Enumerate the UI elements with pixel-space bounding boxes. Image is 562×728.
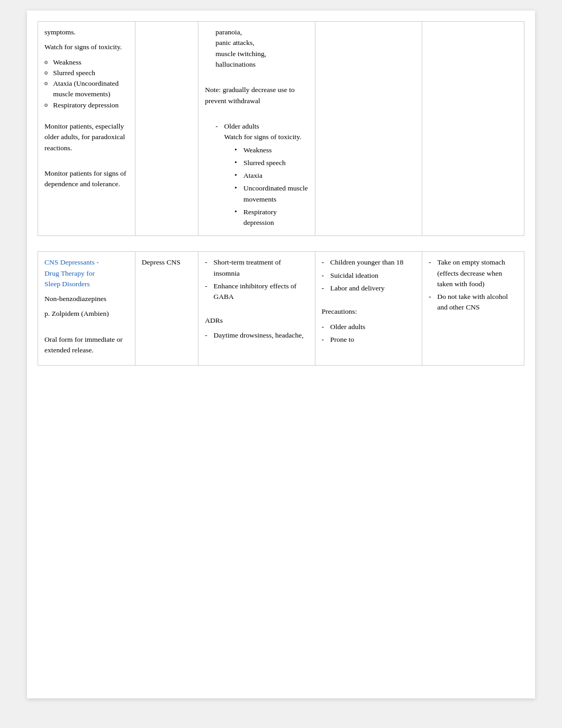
- symptoms-text: symptoms.: [44, 27, 129, 38]
- row1-col1: symptoms. Watch for signs of toxicity. W…: [38, 22, 135, 236]
- toxicity-item-respiratory: Respiratory depression: [44, 100, 129, 111]
- spacer-row: [38, 236, 524, 252]
- adrs-label: ADRs: [205, 315, 309, 326]
- monitor-dependence-text: Monitor patients for signs of dependence…: [44, 168, 129, 190]
- row1-col4: [315, 22, 422, 236]
- contra-labor: Labor and delivery: [322, 283, 415, 294]
- older-adults-block: Older adults Watch for signs of toxicity…: [205, 121, 309, 228]
- row2-col4: Children younger than 18 Suicidal ideati…: [315, 252, 422, 366]
- older-adults-intro: Watch for signs of toxicity.: [224, 133, 301, 141]
- adr-drowsiness: Daytime drowsiness, headache,: [205, 330, 309, 341]
- older-adults-list: Older adults Watch for signs of toxicity…: [215, 121, 309, 228]
- row2-col5: Take on empty stomach (effects decrease …: [422, 252, 524, 366]
- precautions-label: Precautions:: [322, 306, 415, 317]
- contra-children: Children younger than 18: [322, 257, 415, 268]
- instr-no-alcohol: Do not take with alcohol and other CNS: [429, 292, 518, 313]
- uses-list: Short-term treatment of insomnia Enhance…: [205, 257, 309, 302]
- row1-col5: [422, 22, 524, 236]
- row2-col2: Depress CNS: [135, 252, 198, 366]
- oa-uncoordinated: Uncoordinated muscle movements: [235, 183, 309, 205]
- top-symptoms-block: paranoia,panic attacks,muscle twitching,…: [205, 27, 309, 70]
- toxicity-item-slurred: Slurred speech: [44, 68, 129, 78]
- oa-ataxia: Ataxia: [235, 170, 309, 181]
- cns-link3[interactable]: Sleep Disorders: [44, 280, 90, 288]
- row2-col1: CNS Depressants - Drug Therapy for Sleep…: [38, 252, 135, 366]
- note-text: Note: gradually decrease use to prevent …: [205, 85, 309, 106]
- symptom-list-text: paranoia,panic attacks,muscle twitching,…: [215, 27, 309, 70]
- use-insomnia: Short-term treatment of insomnia: [205, 257, 309, 279]
- oa-slurred: Slurred speech: [235, 158, 309, 168]
- toxicity-list: Weakness Slurred speech Ataxia (Uncoordi…: [44, 57, 129, 111]
- row2-col3: Short-term treatment of insomnia Enhance…: [198, 252, 315, 366]
- zolpidem-text: p. Zolpidem (Ambien): [44, 308, 129, 319]
- mechanism-text: Depress CNS: [142, 258, 180, 266]
- prec-older-adults: Older adults: [322, 322, 415, 332]
- non-benzo-text: Non-benzodiazepines: [44, 294, 129, 304]
- toxicity-item-weakness: Weakness: [44, 57, 129, 68]
- older-adults-toxicity-list: Weakness Slurred speech Ataxia Uncoordin…: [224, 145, 308, 229]
- toxicity-item-ataxia: Ataxia (Uncoordinated muscle movements): [44, 78, 129, 100]
- row1-col2: [135, 22, 198, 236]
- instr-empty-stomach: Take on empty stomach (effects decrease …: [429, 257, 518, 289]
- page: symptoms. Watch for signs of toxicity. W…: [27, 11, 535, 698]
- prec-prone: Prone to: [322, 334, 415, 345]
- use-gaba: Enhance inhibitory effects of GABA: [205, 281, 309, 303]
- oral-form-text: Oral form for immediate or extended rele…: [44, 334, 129, 356]
- cns-link-block: CNS Depressants - Drug Therapy for Sleep…: [44, 257, 129, 289]
- oa-weakness: Weakness: [235, 145, 309, 156]
- contra-suicidal: Suicidal ideation: [322, 270, 415, 281]
- oa-respiratory: Respiratory depression: [235, 207, 309, 229]
- adrs-list: Daytime drowsiness, headache,: [205, 330, 309, 341]
- cns-link1[interactable]: CNS Depressants -: [44, 258, 99, 266]
- older-adults-item: Older adults Watch for signs of toxicity…: [215, 121, 309, 228]
- monitor-patients-text: Monitor patients, especially older adult…: [44, 121, 129, 153]
- instructions-list: Take on empty stomach (effects decrease …: [429, 257, 518, 313]
- contraindications-list: Children younger than 18 Suicidal ideati…: [322, 257, 415, 294]
- cns-link2[interactable]: Drug Therapy for: [44, 269, 95, 277]
- row1-col3: paranoia,panic attacks,muscle twitching,…: [198, 22, 315, 236]
- older-adults-label: Older adults: [224, 122, 259, 130]
- precautions-list: Older adults Prone to: [322, 322, 415, 345]
- watch-signs-text: Watch for signs of toxicity.: [44, 42, 129, 52]
